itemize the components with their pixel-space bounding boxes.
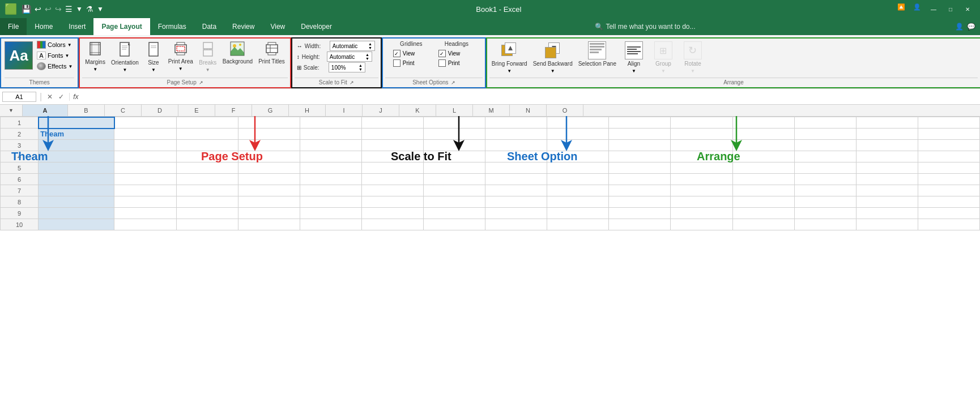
cell-o3[interactable]	[918, 140, 979, 151]
print-area-btn[interactable]: Print Area ▼	[165, 40, 196, 73]
cell-e5[interactable]	[300, 162, 361, 174]
cell-k3[interactable]	[671, 140, 732, 151]
cell-i6[interactable]	[547, 174, 609, 185]
cell-g3[interactable]	[423, 140, 485, 151]
cell-b2[interactable]	[114, 129, 176, 140]
group-dropdown[interactable]: ▼	[661, 69, 666, 74]
cell-e4[interactable]	[300, 151, 361, 162]
scale-expand-icon[interactable]: ↗	[350, 80, 354, 85]
cell-k8[interactable]	[671, 196, 732, 208]
cell-f2[interactable]	[361, 129, 423, 140]
cell-o9[interactable]	[918, 208, 979, 219]
cell-d8[interactable]	[238, 196, 300, 208]
menu-developer[interactable]: Developer	[293, 18, 340, 35]
cell-l8[interactable]	[732, 196, 794, 208]
cell-d9[interactable]	[238, 208, 300, 219]
cell-o8[interactable]	[918, 196, 979, 208]
cell-m1[interactable]	[794, 117, 856, 129]
cell-j7[interactable]	[609, 185, 671, 196]
cell-m8[interactable]	[794, 196, 856, 208]
cell-n6[interactable]	[856, 174, 918, 185]
cell-j9[interactable]	[609, 208, 671, 219]
cell-f6[interactable]	[361, 174, 423, 185]
cell-f1[interactable]	[361, 117, 423, 129]
col-header-b[interactable]: B	[68, 105, 105, 116]
cell-i9[interactable]	[547, 208, 609, 219]
cell-f3[interactable]	[361, 140, 423, 151]
cell-b4[interactable]	[114, 151, 176, 162]
cell-h2[interactable]	[485, 129, 547, 140]
cell-i2[interactable]	[547, 129, 609, 140]
col-header-e[interactable]: E	[178, 105, 215, 116]
cell-g2[interactable]	[423, 129, 485, 140]
cell-b1[interactable]	[114, 117, 176, 129]
cell-a9[interactable]	[39, 208, 114, 219]
cell-j10[interactable]	[609, 219, 671, 230]
cell-h8[interactable]	[485, 196, 547, 208]
cell-n2[interactable]	[856, 129, 918, 140]
sheet-options-expand[interactable]: ↗	[451, 80, 455, 85]
col-header-o[interactable]: O	[547, 105, 583, 116]
cell-j1[interactable]	[609, 117, 671, 129]
cell-n5[interactable]	[856, 162, 918, 174]
cell-a8[interactable]	[39, 196, 114, 208]
cell-d7[interactable]	[238, 185, 300, 196]
headings-print-checkbox[interactable]	[438, 59, 446, 67]
cell-e7[interactable]	[300, 185, 361, 196]
col-header-l[interactable]: L	[436, 105, 473, 116]
cell-reference-box[interactable]: A1	[2, 92, 36, 102]
share-icon[interactable]: 👤	[955, 23, 964, 31]
cell-j6[interactable]	[609, 174, 671, 185]
cell-h9[interactable]	[485, 208, 547, 219]
maximize-btn[interactable]: □	[943, 3, 958, 15]
account-icon[interactable]: 👤	[910, 3, 924, 15]
cell-a7[interactable]	[39, 185, 114, 196]
cell-o7[interactable]	[918, 185, 979, 196]
cell-c7[interactable]	[176, 185, 238, 196]
colors-btn[interactable]: Colors ▼	[35, 40, 74, 50]
cell-c2[interactable]	[176, 129, 238, 140]
cell-d5[interactable]	[238, 162, 300, 174]
scale-width-down[interactable]: ▼	[368, 46, 372, 50]
cell-b10[interactable]	[114, 219, 176, 230]
effects-btn[interactable]: Effects ▼	[35, 61, 74, 71]
menu-data[interactable]: Data	[194, 18, 224, 35]
cell-b6[interactable]	[114, 174, 176, 185]
cell-h6[interactable]	[485, 174, 547, 185]
cell-j2[interactable]	[609, 129, 671, 140]
group-btn[interactable]: ⊞ Group ▼	[649, 40, 678, 75]
cell-i4[interactable]	[547, 151, 609, 162]
cell-g4[interactable]	[423, 151, 485, 162]
orientation-dropdown[interactable]: ▼	[122, 67, 127, 72]
cell-c9[interactable]	[176, 208, 238, 219]
background-btn[interactable]: Background	[220, 40, 255, 67]
cell-e10[interactable]	[300, 219, 361, 230]
cell-g7[interactable]	[423, 185, 485, 196]
cell-e6[interactable]	[300, 174, 361, 185]
formula-input[interactable]	[84, 93, 978, 100]
cell-d6[interactable]	[238, 174, 300, 185]
cell-g8[interactable]	[423, 196, 485, 208]
select-all-btn[interactable]: ▼	[8, 108, 14, 113]
cell-n9[interactable]	[856, 208, 918, 219]
cell-i3[interactable]	[547, 140, 609, 151]
cell-o5[interactable]	[918, 162, 979, 174]
redo-btn[interactable]: ↪	[55, 5, 62, 14]
fx-icon[interactable]: fx	[69, 93, 82, 101]
cell-b5[interactable]	[114, 162, 176, 174]
cell-j8[interactable]	[609, 196, 671, 208]
cell-k9[interactable]	[671, 208, 732, 219]
cell-e2[interactable]	[300, 129, 361, 140]
comments-icon[interactable]: 💬	[967, 23, 975, 31]
cell-b7[interactable]	[114, 185, 176, 196]
bring-forward-btn[interactable]: Bring Forward ▼	[489, 40, 530, 75]
confirm-icon[interactable]: ✓	[57, 93, 66, 101]
cell-a3[interactable]	[39, 140, 114, 151]
menu-page-layout[interactable]: Page Layout	[93, 18, 150, 35]
cell-m7[interactable]	[794, 185, 856, 196]
col-header-m[interactable]: M	[473, 105, 510, 116]
cell-n1[interactable]	[856, 117, 918, 129]
cell-m2[interactable]	[794, 129, 856, 140]
menu-file[interactable]: File	[0, 18, 27, 35]
scale-percent-up[interactable]: ▲	[359, 63, 363, 67]
